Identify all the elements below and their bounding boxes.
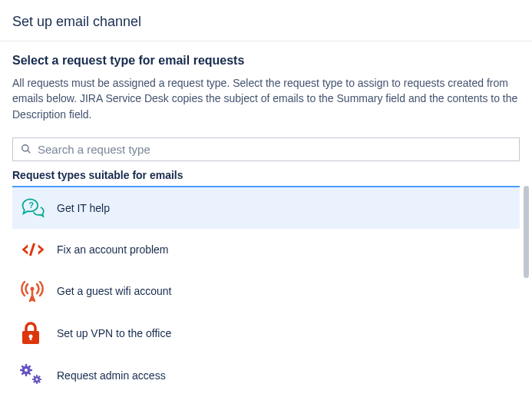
svg-rect-23: [40, 379, 41, 380]
svg-text:?: ?: [29, 200, 35, 210]
svg-rect-3: [29, 243, 35, 256]
svg-point-9: [25, 369, 28, 372]
search-box[interactable]: [12, 137, 520, 161]
lock-icon: [20, 321, 49, 346]
search-icon: [21, 144, 31, 154]
svg-rect-7: [30, 336, 32, 340]
svg-line-1: [28, 151, 31, 154]
svg-rect-20: [36, 375, 38, 376]
list-item[interactable]: Get a guest wifi account: [12, 270, 520, 312]
list-scroll-wrap: ? Get IT help Fix an account problem: [12, 186, 520, 396]
list-item[interactable]: Set up VPN to the office: [12, 312, 520, 355]
request-type-list: ? Get IT help Fix an account problem: [12, 186, 520, 396]
list-item-label: Get a guest wifi account: [57, 285, 171, 297]
content-area: Select a request type for email requests…: [0, 41, 532, 397]
scrollbar[interactable]: [524, 186, 529, 278]
svg-rect-10: [25, 364, 27, 366]
list-item[interactable]: ? Get IT help: [12, 187, 520, 229]
gears-icon: [20, 364, 49, 387]
list-item-label: Get IT help: [57, 202, 110, 214]
section-title: Select a request type for email requests: [12, 54, 520, 68]
svg-rect-13: [30, 369, 32, 371]
search-input[interactable]: [38, 143, 511, 156]
list-item-label: Request admin access: [57, 369, 166, 382]
svg-point-0: [22, 145, 28, 151]
list-item-label: Fix an account problem: [57, 243, 169, 256]
list-item-label: Set up VPN to the office: [57, 327, 171, 339]
section-description: All requests must be assigned a request …: [12, 75, 520, 122]
svg-rect-22: [32, 379, 34, 380]
page-header: Set up email channel: [0, 0, 532, 41]
list-item[interactable]: Request admin access: [12, 355, 520, 396]
question-bubble-icon: ?: [20, 197, 49, 220]
svg-rect-12: [20, 369, 22, 371]
svg-point-19: [36, 378, 38, 380]
list-heading: Request types suitable for emails: [12, 169, 520, 181]
code-icon: [20, 242, 49, 257]
wifi-broadcast-icon: [20, 280, 49, 303]
svg-rect-21: [36, 382, 38, 384]
svg-rect-11: [25, 374, 27, 376]
list-item[interactable]: Fix an account problem: [12, 229, 520, 270]
page-title: Set up email channel: [12, 14, 520, 30]
